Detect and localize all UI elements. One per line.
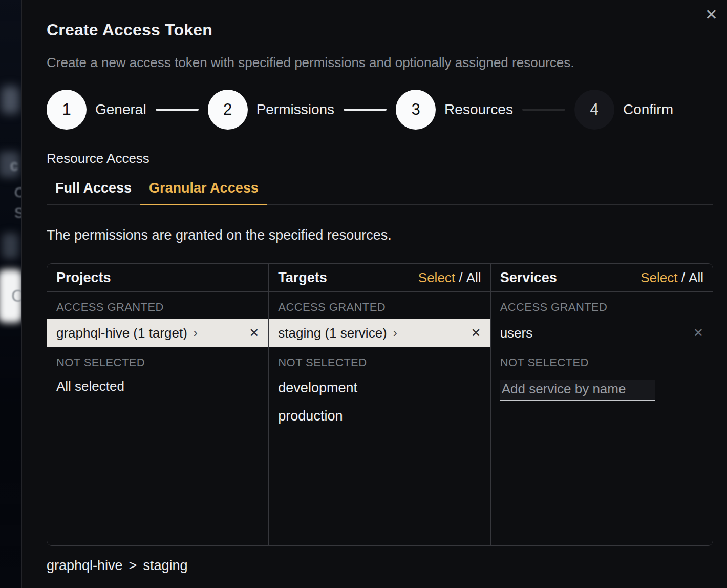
- not-selected-label: NOT SELECTED: [269, 347, 490, 374]
- not-selected-label: NOT SELECTED: [47, 347, 268, 374]
- add-service-input[interactable]: [500, 380, 655, 401]
- target-option-development[interactable]: development: [269, 374, 490, 402]
- remove-icon[interactable]: ✕: [249, 326, 259, 340]
- step-label: Resources: [444, 101, 513, 118]
- targets-column: Targets Select / All ACCESS GRANTED stag…: [269, 264, 490, 545]
- chevron-right-icon: ›: [194, 326, 198, 340]
- services-select-all: Select / All: [640, 270, 703, 286]
- step-connector: [522, 109, 565, 111]
- access-granted-label: ACCESS GRANTED: [491, 292, 713, 319]
- targets-select-all: Select / All: [418, 270, 481, 286]
- tab-granular-access[interactable]: Granular Access: [140, 180, 267, 204]
- column-title: Services: [500, 270, 557, 286]
- close-icon[interactable]: ✕: [702, 4, 721, 26]
- background-page: c O S C: [0, 0, 21, 588]
- services-column-header: Services Select / All: [491, 264, 713, 292]
- breadcrumb-target: staging: [143, 558, 187, 574]
- modal-description: Create a new access token with specified…: [47, 55, 574, 71]
- step-label: General: [95, 101, 146, 118]
- breadcrumb-project: graphql-hive: [47, 558, 123, 574]
- screen: c O S C ✕ Create Access Token Create a n…: [0, 0, 727, 588]
- projects-column-header: Projects: [47, 264, 268, 292]
- breadcrumb: graphql-hive > staging: [47, 558, 187, 574]
- granted-project-row[interactable]: graphql-hive (1 target) › ✕: [47, 319, 268, 347]
- step-general[interactable]: 1 General: [47, 90, 156, 130]
- background-blur-fragment: [2, 233, 18, 259]
- step-resources[interactable]: 3 Resources: [396, 90, 522, 130]
- resource-table: Projects ACCESS GRANTED graphql-hive (1 …: [47, 263, 713, 546]
- step-connector: [344, 109, 387, 111]
- column-title: Targets: [278, 270, 327, 286]
- not-selected-label: NOT SELECTED: [491, 347, 713, 374]
- create-access-token-modal: ✕ Create Access Token Create a new acces…: [21, 0, 727, 588]
- granted-target-row[interactable]: staging (1 service) › ✕: [269, 319, 490, 347]
- step-number-circle: 1: [47, 90, 87, 130]
- targets-column-header: Targets Select / All: [269, 264, 490, 292]
- granted-target-label: staging (1 service): [278, 325, 387, 341]
- background-blur-fragment: [1, 86, 19, 114]
- remove-icon[interactable]: ✕: [471, 326, 481, 340]
- step-confirm[interactable]: 4 Confirm: [574, 90, 682, 130]
- background-text-fragment: S: [14, 205, 21, 221]
- targets-select-link[interactable]: Select: [418, 270, 455, 286]
- access-tabs: Full Access Granular Access: [47, 180, 713, 205]
- step-permissions[interactable]: 2 Permissions: [208, 90, 344, 130]
- modal-title: Create Access Token: [47, 20, 212, 39]
- column-title: Projects: [56, 270, 111, 286]
- resource-access-heading: Resource Access: [47, 151, 149, 166]
- granted-service-row: users ✕: [491, 319, 713, 347]
- access-granted-label: ACCESS GRANTED: [47, 292, 268, 319]
- step-label: Permissions: [256, 101, 334, 118]
- targets-all-link[interactable]: All: [466, 270, 481, 286]
- permissions-note: The permissions are granted on the speci…: [47, 227, 392, 243]
- granted-service-label: users: [500, 325, 533, 341]
- select-all-separator: /: [455, 270, 466, 286]
- services-column: Services Select / All ACCESS GRANTED use…: [491, 264, 713, 545]
- chevron-right-icon: ›: [393, 326, 397, 340]
- background-text-fragment: O: [14, 184, 21, 201]
- services-select-link[interactable]: Select: [640, 270, 677, 286]
- services-all-link[interactable]: All: [689, 270, 703, 286]
- all-selected-text: All selected: [47, 374, 268, 399]
- stepper: 1 General 2 Permissions 3 Resources 4 Co…: [47, 89, 682, 130]
- background-text-fragment: C: [11, 286, 21, 306]
- step-number-circle: 3: [396, 90, 436, 130]
- step-connector: [156, 109, 199, 111]
- breadcrumb-separator: >: [129, 558, 137, 574]
- projects-column: Projects ACCESS GRANTED graphql-hive (1 …: [47, 264, 269, 545]
- step-number-circle: 2: [208, 90, 248, 130]
- target-option-production[interactable]: production: [269, 402, 490, 430]
- remove-icon[interactable]: ✕: [693, 326, 703, 340]
- select-all-separator: /: [677, 270, 689, 286]
- step-label: Confirm: [623, 101, 673, 118]
- granted-project-label: graphql-hive (1 target): [56, 325, 187, 341]
- tab-full-access[interactable]: Full Access: [47, 180, 140, 204]
- background-text-fragment: c: [10, 157, 18, 174]
- step-number-circle: 4: [574, 90, 614, 130]
- access-granted-label: ACCESS GRANTED: [269, 292, 490, 319]
